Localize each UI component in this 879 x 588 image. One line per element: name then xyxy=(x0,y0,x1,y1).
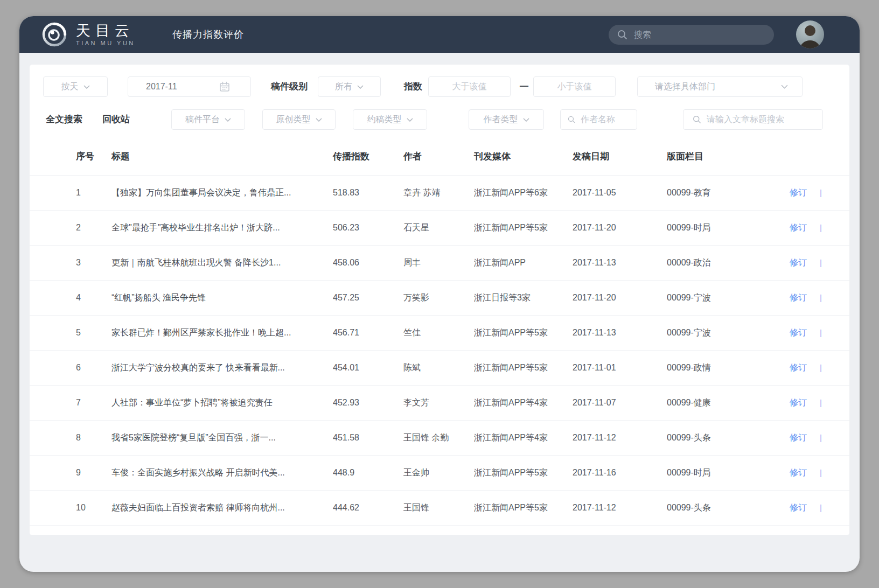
table-row: 10赵薇夫妇面临上百投资者索赔 律师将向杭州...444.62王国锋浙江新闻AP… xyxy=(30,490,849,525)
author-type-select[interactable]: 作者类型 xyxy=(469,109,544,130)
author-name-input[interactable] xyxy=(581,110,631,129)
row-actions: 修订| xyxy=(790,187,849,199)
spread-index: 506.23 xyxy=(333,223,403,233)
global-search[interactable] xyxy=(609,25,774,45)
action-divider: | xyxy=(820,258,822,267)
publish-media: 浙江新闻APP等4家 xyxy=(474,432,573,444)
articles-table: 序号 标题 传播指数 作者 刊发媒体 发稿日期 版面栏目 1【独家】万向集团董事… xyxy=(30,137,849,526)
publish-date: 2017-11-12 xyxy=(573,503,667,513)
publish-media: 浙江新闻APP等5家 xyxy=(474,222,573,234)
article-title: 我省5家医院登榜“复旦版”全国百强，浙一... xyxy=(111,432,333,444)
row-actions: 修订| xyxy=(790,327,849,339)
index-max-input[interactable] xyxy=(534,77,615,96)
calendar-icon xyxy=(219,81,230,92)
revise-link[interactable]: 修订 xyxy=(790,503,807,512)
row-number: 9 xyxy=(67,468,111,478)
article-title: 家长群已炸！鄞州区严禁家长批作业！晚上超... xyxy=(111,327,333,339)
revise-link[interactable]: 修订 xyxy=(790,258,807,267)
col-header-index: 传播指数 xyxy=(333,150,403,163)
revise-link[interactable]: 修订 xyxy=(790,433,807,442)
spread-index: 451.58 xyxy=(333,433,403,443)
revise-link[interactable]: 修订 xyxy=(790,188,807,197)
row-number: 4 xyxy=(67,293,111,303)
search-icon xyxy=(693,115,701,124)
spread-index: 457.25 xyxy=(333,293,403,303)
index-max-field[interactable] xyxy=(533,76,616,97)
spread-index: 452.93 xyxy=(333,398,403,408)
platform-select[interactable]: 稿件平台 xyxy=(171,109,245,130)
row-number: 10 xyxy=(67,503,111,513)
time-mode-value: 按天 xyxy=(61,81,79,93)
table-body: 1【独家】万向集团董事局会议决定，鲁伟鼎正...518.83章卉 苏靖浙江新闻A… xyxy=(30,175,849,526)
time-mode-select[interactable]: 按天 xyxy=(43,76,108,97)
spread-index: 444.62 xyxy=(333,503,403,513)
table-row: 9车俊：全面实施乡村振兴战略 开启新时代美...448.9王金帅浙江新闻APP等… xyxy=(30,455,849,490)
spread-index: 448.9 xyxy=(333,468,403,478)
author-name: 李文芳 xyxy=(403,397,474,409)
department-select[interactable]: 请选择具体部门 xyxy=(637,76,803,97)
author-name: 万笑影 xyxy=(403,292,474,304)
original-type-placeholder: 原创类型 xyxy=(276,114,311,125)
article-title-search-input[interactable] xyxy=(707,110,817,129)
publish-date: 2017-11-20 xyxy=(573,223,667,233)
revise-link[interactable]: 修订 xyxy=(790,398,807,407)
department-placeholder: 请选择具体部门 xyxy=(655,81,715,93)
action-divider: | xyxy=(820,468,822,477)
row-actions: 修订| xyxy=(790,502,849,514)
row-number: 5 xyxy=(67,328,111,338)
row-actions: 修订| xyxy=(790,467,849,479)
page-column: 00099-教育 xyxy=(667,187,790,199)
content-card: 按天 2017-11 稿件级别 所有 指数 xyxy=(30,65,849,535)
publish-date: 2017-11-07 xyxy=(573,398,667,408)
table-header: 序号 标题 传播指数 作者 刊发媒体 发稿日期 版面栏目 xyxy=(30,137,849,175)
fulltext-search-link[interactable]: 全文搜索 xyxy=(46,109,82,130)
index-min-input[interactable] xyxy=(429,77,510,96)
article-title: 全球"最抢手"高校毕业生排名出炉！浙大跻... xyxy=(111,222,333,234)
global-search-input[interactable] xyxy=(634,30,765,40)
col-header-title: 标题 xyxy=(111,150,333,163)
page-column: 00099-健康 xyxy=(667,397,790,409)
revise-link[interactable]: 修订 xyxy=(790,328,807,337)
col-header-no: 序号 xyxy=(67,150,111,163)
author-name-field[interactable] xyxy=(560,109,637,130)
page-column: 00099-时局 xyxy=(667,467,790,479)
original-type-select[interactable]: 原创类型 xyxy=(262,109,336,130)
month-picker[interactable]: 2017-11 xyxy=(128,76,251,97)
publish-date: 2017-11-13 xyxy=(573,258,667,268)
row-number: 1 xyxy=(67,188,111,198)
spread-index: 518.83 xyxy=(333,188,403,198)
article-title-search-field[interactable] xyxy=(683,109,823,130)
row-actions: 修订| xyxy=(790,292,849,304)
level-value: 所有 xyxy=(335,81,352,93)
level-select[interactable]: 所有 xyxy=(318,76,381,97)
author-name: 石天星 xyxy=(403,222,474,234)
revise-link[interactable]: 修订 xyxy=(790,363,807,372)
publish-date: 2017-11-16 xyxy=(573,468,667,478)
author-name: 章卉 苏靖 xyxy=(403,187,474,199)
publish-date: 2017-11-13 xyxy=(573,328,667,338)
table-row: 4“红帆”扬船头 渔民争先锋457.25万笑影浙江日报等3家2017-11-20… xyxy=(30,280,849,315)
row-number: 6 xyxy=(67,363,111,373)
action-divider: | xyxy=(820,398,822,407)
chevron-down-icon xyxy=(357,85,364,89)
index-min-field[interactable] xyxy=(428,76,511,97)
row-actions: 修订| xyxy=(790,432,849,444)
recycle-bin-link[interactable]: 回收站 xyxy=(102,109,130,130)
row-number: 2 xyxy=(67,223,111,233)
commission-type-select[interactable]: 约稿类型 xyxy=(353,109,427,130)
table-row: 7人社部：事业单位“萝卜招聘”将被追究责任452.93李文芳浙江新闻APP等4家… xyxy=(30,385,849,420)
publish-media: 浙江新闻APP等5家 xyxy=(474,327,573,339)
user-avatar[interactable] xyxy=(796,20,824,48)
revise-link[interactable]: 修订 xyxy=(790,223,807,232)
table-row: 1【独家】万向集团董事局会议决定，鲁伟鼎正...518.83章卉 苏靖浙江新闻A… xyxy=(30,175,849,210)
revise-link[interactable]: 修订 xyxy=(790,293,807,302)
author-name: 陈斌 xyxy=(403,362,474,374)
chevron-down-icon xyxy=(523,118,529,122)
top-bar: 天目云 TIAN MU YUN 传播力指数评价 xyxy=(19,16,860,53)
row-actions: 修订| xyxy=(790,257,849,269)
action-divider: | xyxy=(820,433,822,442)
table-row: 6浙江大学宁波分校真的要来了 快来看看最新...454.01陈斌浙江新闻APP等… xyxy=(30,350,849,385)
spread-index: 454.01 xyxy=(333,363,403,373)
revise-link[interactable]: 修订 xyxy=(790,468,807,477)
table-row: 2全球"最抢手"高校毕业生排名出炉！浙大跻...506.23石天星浙江新闻APP… xyxy=(30,210,849,245)
